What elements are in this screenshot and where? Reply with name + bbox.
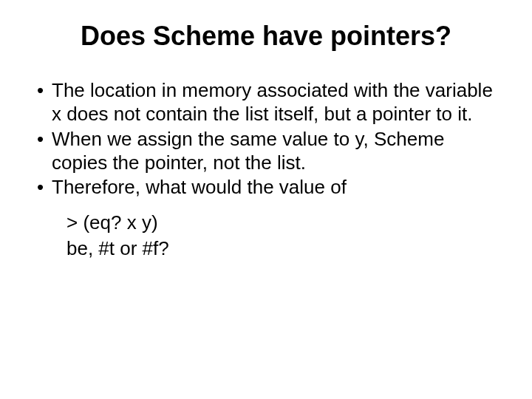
code-example: > (eq? x y) be, #t or #f? <box>37 210 495 262</box>
bullet-item: Therefore, what would the value of <box>37 176 495 200</box>
code-line-2: be, #t or #f? <box>66 236 495 262</box>
bullet-item: When we assign the same value to y, Sche… <box>37 128 495 174</box>
slide-title: Does Scheme have pointers? <box>37 21 495 51</box>
bullet-item: The location in memory associated with t… <box>37 79 495 126</box>
slide: Does Scheme have pointers? The location … <box>0 0 532 399</box>
bullet-list: The location in memory associated with t… <box>37 79 495 200</box>
code-line-1: > (eq? x y) <box>66 210 495 236</box>
